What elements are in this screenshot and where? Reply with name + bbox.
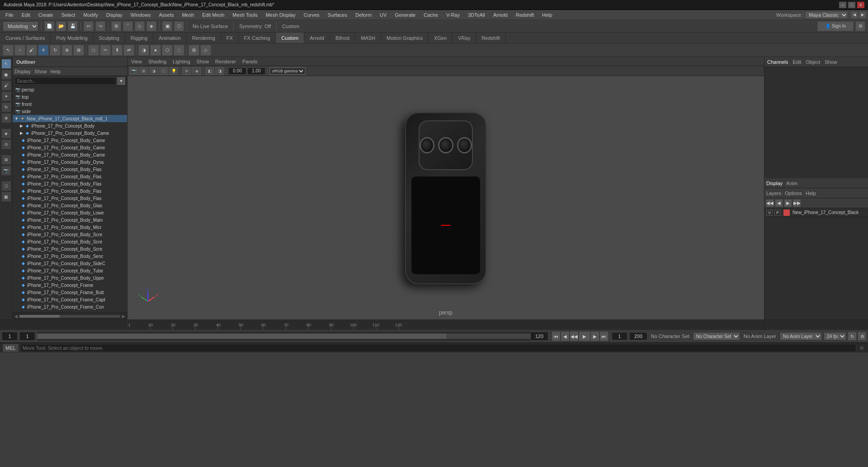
menu-help[interactable]: Help xyxy=(538,11,556,19)
workspace-dropdown[interactable]: Maya Classic xyxy=(805,11,848,19)
lasso-tool[interactable]: ○ xyxy=(14,45,25,56)
outliner-item-framecapt[interactable]: ◆ iPhone_17_Pro_Concept_Frame_Capt xyxy=(13,296,127,303)
new-scene-btn[interactable]: 📄 xyxy=(44,21,54,31)
menu-mesh[interactable]: Mesh xyxy=(178,11,198,19)
snap-point-btn[interactable]: ◇ xyxy=(135,21,145,31)
menu-arnold[interactable]: Arnold xyxy=(490,11,511,19)
tab-custom[interactable]: Custom xyxy=(276,33,304,43)
menu-file[interactable]: File xyxy=(2,11,17,19)
next-key-btn[interactable]: ⏭ xyxy=(600,332,608,341)
select-tool[interactable]: ↖ xyxy=(3,45,14,56)
layers-label[interactable]: Layers xyxy=(766,191,781,196)
options-label[interactable]: Options xyxy=(785,191,802,196)
xray[interactable]: ◌ xyxy=(174,45,184,56)
outliner-search-input[interactable] xyxy=(14,77,116,85)
viewport-menu-view[interactable]: View xyxy=(129,59,144,64)
menu-edit-mesh[interactable]: Edit Mesh xyxy=(198,11,228,19)
multi-cut[interactable]: ✂ xyxy=(100,45,111,56)
vp-snap-icon[interactable]: ◈ xyxy=(192,67,201,75)
menu-redshift[interactable]: Redshift xyxy=(512,11,538,19)
menu-3dtoall[interactable]: 3DToAll xyxy=(464,11,489,19)
outliner-item-persp[interactable]: 📷 persp xyxy=(13,86,127,93)
outliner-item-group[interactable]: ▼ ✦ New_iPhone_17_Concept_Black_mdl_1 xyxy=(13,115,127,122)
magnet-tool[interactable]: ⊙ xyxy=(1,139,11,149)
tab-redshift[interactable]: Redshift xyxy=(476,33,505,43)
outliner-item-frame[interactable]: ◆ iPhone_17_Pro_Concept_Frame xyxy=(13,281,127,289)
display-tab[interactable]: Display xyxy=(766,181,783,186)
menu-select[interactable]: Select xyxy=(58,11,79,19)
outliner-item-lower[interactable]: ◆ iPhone_17_Pro_Concept_Body_Lowe xyxy=(13,209,127,216)
paint-select-tool[interactable]: 🖌 xyxy=(26,45,37,56)
toggle-shading[interactable]: ◑ xyxy=(138,45,149,56)
vp-toggle2[interactable]: ◨ xyxy=(215,67,224,75)
vp-shading-icon[interactable]: ◑ xyxy=(149,67,158,75)
outliner-item-cam1[interactable]: ▶ ◆ iPhone_17_Pro_Concept_Body_Came xyxy=(13,129,127,137)
viewport-canvas[interactable]: X Y Z persp xyxy=(127,76,764,319)
tab-mash[interactable]: MASH xyxy=(355,33,381,43)
move-tool-left[interactable]: ↖ xyxy=(1,59,11,69)
open-btn[interactable]: 📂 xyxy=(56,21,66,31)
vp-camera-icon[interactable]: 📷 xyxy=(129,67,138,75)
select-tool-left[interactable]: ▣ xyxy=(1,70,11,80)
outliner-scroll-left[interactable]: ◀ xyxy=(14,314,18,319)
menu-assets[interactable]: Assets xyxy=(155,11,177,19)
search-btn[interactable]: ▼ xyxy=(117,77,125,85)
wireframe[interactable]: ⬡ xyxy=(162,45,173,56)
settings-btn[interactable]: ⚙ xyxy=(855,21,865,31)
menu-surfaces[interactable]: Surfaces xyxy=(324,11,351,19)
outliner-show-menu[interactable]: Show xyxy=(34,69,47,74)
character-dropdown[interactable]: No Character Set xyxy=(693,332,740,340)
tab-animation[interactable]: Animation xyxy=(153,33,187,43)
vp-colorspace[interactable]: sRGB gamma xyxy=(269,67,306,75)
viewport-menu-shading[interactable]: Shading xyxy=(146,59,168,64)
scale-tool[interactable]: ⊕ xyxy=(61,45,72,56)
mel-input[interactable] xyxy=(20,344,856,352)
vp-manip-icon[interactable]: ✛ xyxy=(182,67,191,75)
outliner-scroll-right[interactable]: ▶ xyxy=(122,314,125,319)
smooth-shade[interactable]: ● xyxy=(150,45,161,56)
outliner-item-scr1[interactable]: ◆ iPhone_17_Pro_Concept_Body_Scre xyxy=(13,231,127,238)
outliner-item-flash4[interactable]: ◆ iPhone_17_Pro_Concept_Body_Flas xyxy=(13,187,127,195)
tab-vray[interactable]: VRay xyxy=(453,33,476,43)
outliner-item-scr3[interactable]: ◆ iPhone_17_Pro_Concept_Body_Scre xyxy=(13,245,127,253)
outliner-item-cam4[interactable]: ◆ iPhone_17_Pro_Concept_Body_Came xyxy=(13,151,127,158)
colorspace-dropdown[interactable]: sRGB gamma xyxy=(270,68,305,74)
mode-dropdown[interactable]: Modeling xyxy=(3,21,38,31)
prev-key-btn[interactable]: ⏮ xyxy=(552,332,560,341)
close-button[interactable]: ✕ xyxy=(857,2,864,8)
snap-vert[interactable]: ◇ xyxy=(200,45,211,56)
vp-grid-icon[interactable]: ⊞ xyxy=(139,67,148,75)
tab-arnold[interactable]: Arnold xyxy=(304,33,330,43)
tab-motion-graphics[interactable]: Motion Graphics xyxy=(381,33,429,43)
anim-tab[interactable]: Anim xyxy=(786,181,797,186)
vp-value2[interactable] xyxy=(247,67,265,75)
object-label[interactable]: Object xyxy=(806,59,820,65)
outliner-content[interactable]: 📷 persp 📷 top 📷 front 📷 side ▼ ✦ New_iPh… xyxy=(13,86,127,312)
viewport-menu-show[interactable]: Show xyxy=(195,59,211,64)
outliner-item-flash5[interactable]: ◆ iPhone_17_Pro_Concept_Body_Flas xyxy=(13,195,127,202)
lasso-btn[interactable]: ⬡ xyxy=(174,21,184,31)
layer-v[interactable]: V xyxy=(766,210,773,216)
snap-surface-btn[interactable]: ◈ xyxy=(146,21,156,31)
workspace-btn1[interactable]: ◀ xyxy=(851,11,858,19)
range-end-input[interactable] xyxy=(530,332,548,341)
viewport-menu-renderer[interactable]: Renderer xyxy=(213,59,238,64)
save-btn[interactable]: 💾 xyxy=(68,21,78,31)
outliner-item-upper[interactable]: ◆ iPhone_17_Pro_Concept_Body_Uppe xyxy=(13,274,127,281)
rotate-tool-left[interactable]: ↻ xyxy=(1,102,11,112)
tab-poly-modeling[interactable]: Poly Modeling xyxy=(51,33,93,43)
transform-tool[interactable]: ⊠ xyxy=(73,45,84,56)
outliner-item-framecon1[interactable]: ◆ iPhone_17_Pro_Concept_Frame_Con xyxy=(13,303,127,310)
deform-tool[interactable]: ⬡ xyxy=(1,181,11,191)
tab-curves-surfaces[interactable]: Curves / Surfaces xyxy=(0,33,51,43)
menu-cache[interactable]: Cache xyxy=(420,11,442,19)
grid-display-tool[interactable]: ⊞ xyxy=(1,155,11,165)
select-by-type-btn[interactable]: ▣ xyxy=(162,21,172,31)
outliner-item-framebutt[interactable]: ◆ iPhone_17_Pro_Concept_Frame_Butt xyxy=(13,289,127,296)
outliner-item-front[interactable]: 📷 front xyxy=(13,100,127,108)
outliner-item-main[interactable]: ◆ iPhone_17_Pro_Concept_Body_Main xyxy=(13,216,127,224)
rotate-tool[interactable]: ↻ xyxy=(50,45,61,56)
menu-modify[interactable]: Modify xyxy=(80,11,101,19)
sculpt-tool-left[interactable]: ✦ xyxy=(1,91,11,101)
layer-prev-btn[interactable]: ◀◀ xyxy=(766,200,774,207)
